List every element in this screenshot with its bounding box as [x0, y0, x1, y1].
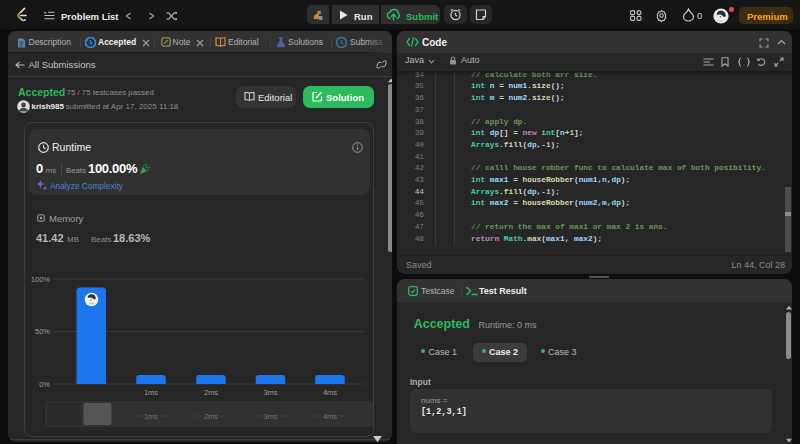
svg-text:4ms: 4ms	[323, 412, 337, 421]
svg-text:3ms: 3ms	[263, 388, 277, 397]
svg-text:50%: 50%	[35, 327, 50, 336]
svg-text:100%: 100%	[31, 275, 51, 284]
svg-text:0%: 0%	[39, 380, 50, 389]
svg-text:1ms: 1ms	[144, 412, 158, 421]
svg-text:4ms: 4ms	[323, 388, 337, 397]
svg-text:2ms: 2ms	[204, 388, 218, 397]
svg-text:3ms: 3ms	[263, 412, 277, 421]
svg-text:2ms: 2ms	[204, 412, 218, 421]
svg-text:1ms: 1ms	[144, 388, 158, 397]
